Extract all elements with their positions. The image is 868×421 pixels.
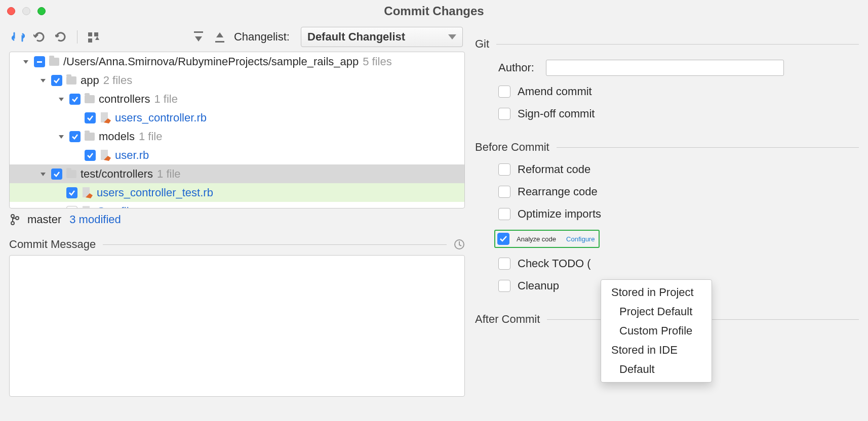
cleanup-checkbox[interactable] [498, 280, 510, 292]
cleanup-label: Cleanup [518, 279, 559, 292]
tree-root-row[interactable]: /Users/Anna.Smirnova/RubymineProjects/sa… [10, 52, 464, 71]
tree-users-controller-label: users_controller.rb [115, 111, 207, 124]
checkbox[interactable] [85, 150, 96, 161]
checkbox-mixed[interactable] [34, 56, 45, 67]
close-window-button[interactable] [7, 7, 15, 15]
popup-item-stored-project[interactable]: Stored in Project [601, 283, 712, 302]
checkbox[interactable] [85, 112, 96, 123]
branch-icon [10, 214, 19, 225]
checkbox[interactable] [69, 94, 81, 105]
tree-row-test-controllers[interactable]: test/controllers 1 file [10, 164, 464, 183]
tree-row-users-controller-test[interactable]: users_controller_test.rb [10, 183, 464, 202]
svg-point-12 [16, 217, 19, 220]
expand-all-icon[interactable] [191, 30, 206, 44]
chevron-down-icon [448, 34, 456, 39]
amend-checkbox[interactable] [498, 86, 510, 98]
expand-toggle-icon[interactable] [57, 95, 65, 103]
tree-row-users-controller[interactable]: users_controller.rb [10, 108, 464, 127]
tree-app-count: 2 files [103, 74, 132, 87]
tree-test-controllers-count: 1 file [157, 167, 180, 181]
expand-toggle-icon[interactable] [39, 170, 47, 178]
changelist-value: Default Changelist [307, 30, 405, 44]
ruby-file-icon [82, 187, 93, 198]
changelist-label: Changelist: [234, 30, 290, 44]
optimize-label: Optimize imports [518, 207, 601, 221]
check-todo-checkbox[interactable] [498, 258, 510, 270]
folder-icon [49, 58, 59, 66]
rearrange-checkbox[interactable] [498, 186, 510, 198]
optimize-checkbox[interactable] [498, 208, 510, 220]
svg-rect-5 [37, 61, 42, 63]
before-commit-section: Before Commit Reformat code Rearrange co… [475, 141, 859, 302]
titlebar: Commit Changes [0, 0, 868, 22]
tree-row-models[interactable]: models 1 file [10, 127, 464, 146]
tree-gemfile-label: Gemfile [97, 205, 135, 209]
commit-message-header: Commit Message [9, 238, 465, 251]
folder-icon [66, 76, 76, 85]
modified-link[interactable]: 3 modified [69, 213, 121, 226]
tree-row-user-rb[interactable]: user.rb [10, 146, 464, 164]
popup-item-custom-profile[interactable]: Custom Profile [601, 321, 712, 341]
section-divider [103, 244, 447, 245]
tree-row-controllers[interactable]: controllers 1 file [10, 90, 464, 108]
ruby-file-icon [100, 150, 111, 161]
svg-rect-2 [88, 38, 92, 43]
svg-point-10 [11, 215, 14, 218]
checkbox[interactable] [51, 169, 62, 180]
toolbar-separator [77, 30, 77, 44]
configure-popup[interactable]: Stored in Project Project Default Custom… [601, 279, 712, 383]
history-icon[interactable] [454, 239, 465, 250]
tree-root-count: 5 files [363, 55, 391, 68]
tree-row-gemfile[interactable]: Gemfile [10, 202, 464, 208]
tree-row-app[interactable]: app 2 files [10, 71, 464, 90]
commit-message-textarea[interactable] [9, 255, 465, 397]
expand-toggle-icon[interactable] [57, 133, 65, 141]
git-section: Git Author: Amend commit Sign-off commit [475, 37, 859, 130]
changes-tree[interactable]: /Users/Anna.Smirnova/RubymineProjects/sa… [9, 52, 465, 208]
undo-icon[interactable] [32, 30, 47, 44]
signoff-checkbox[interactable] [498, 108, 510, 120]
analyze-checkbox[interactable] [497, 233, 509, 245]
tree-controllers-label: controllers [99, 93, 150, 106]
configure-link[interactable]: Configure [566, 235, 595, 243]
expand-toggle-icon[interactable] [22, 58, 30, 66]
tree-test-controllers-label: test/controllers [81, 167, 153, 181]
popup-item-stored-ide[interactable]: Stored in IDE [601, 341, 712, 360]
collapse-all-icon[interactable] [213, 30, 227, 44]
branch-name[interactable]: master [27, 213, 61, 226]
reformat-checkbox[interactable] [498, 163, 510, 176]
tree-users-controller-test-label: users_controller_test.rb [97, 186, 213, 199]
rearrange-label: Rearrange code [518, 185, 598, 198]
checkbox[interactable] [66, 187, 77, 198]
svg-rect-4 [215, 41, 224, 43]
tree-app-label: app [81, 74, 99, 87]
reformat-label: Reformat code [518, 163, 590, 176]
ruby-file-icon [100, 112, 111, 123]
changes-toolbar: Changelist: Default Changelist [9, 22, 465, 52]
amend-label: Amend commit [518, 85, 592, 98]
after-commit-title: After Commit [475, 313, 540, 326]
expand-toggle-icon[interactable] [39, 76, 47, 85]
tree-root-label: /Users/Anna.Smirnova/RubymineProjects/sa… [63, 55, 359, 68]
changelist-select[interactable]: Default Changelist [301, 27, 463, 47]
branch-status-bar: master 3 modified [9, 208, 465, 229]
refresh-diff-icon[interactable] [11, 30, 25, 44]
refresh-icon[interactable] [54, 30, 68, 44]
svg-rect-0 [88, 32, 92, 36]
zoom-window-button[interactable] [37, 7, 46, 15]
left-pane: Changelist: Default Changelist /Users/An… [9, 22, 465, 397]
popup-item-default[interactable]: Default [601, 360, 712, 379]
checkbox[interactable] [51, 75, 62, 86]
tree-user-rb-label: user.rb [115, 149, 149, 162]
before-commit-title: Before Commit [475, 141, 549, 154]
window-title: Commit Changes [384, 4, 484, 18]
group-by-icon[interactable] [87, 30, 101, 44]
folder-icon [85, 133, 95, 141]
tree-models-label: models [99, 130, 135, 143]
minimize-window-button[interactable] [22, 7, 30, 15]
checkbox[interactable] [69, 131, 81, 142]
author-input[interactable] [546, 60, 784, 76]
analyze-code-row: Analyze code Configure [494, 230, 600, 248]
popup-item-project-default[interactable]: Project Default [601, 302, 712, 321]
author-label: Author: [498, 61, 539, 74]
